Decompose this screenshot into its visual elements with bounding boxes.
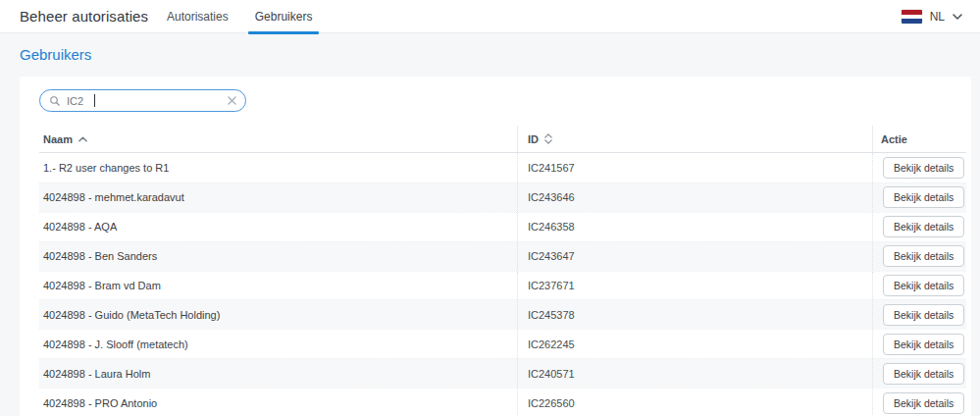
language-selector[interactable]: NL [902, 0, 962, 33]
clear-search-button[interactable] [228, 96, 236, 105]
users-table: Naam ID Actie 1.- R2 user changes to R1 … [39, 126, 966, 416]
cell-naam: 4024898 - Ben Sanders [39, 250, 517, 262]
table-row: 4024898 - mehmet.karadavut IC243646 Beki… [39, 182, 966, 212]
language-code: NL [930, 10, 945, 24]
top-bar: Beheer autorisaties Autorisaties Gebruik… [0, 0, 980, 33]
table-row: 4024898 - Ben Sanders IC243647 Bekijk de… [39, 241, 966, 271]
cell-naam: 4024898 - Laura Holm [39, 368, 517, 380]
table-row: 4024898 - AQA IC246358 Bekijk details [39, 212, 966, 241]
column-header-actie: Actie [872, 126, 966, 152]
view-details-button[interactable]: Bekijk details [883, 216, 964, 237]
column-header-id[interactable]: ID [517, 126, 872, 152]
cell-id: IC226560 [517, 389, 872, 416]
table-row: 1.- R2 user changes to R1 IC241567 Bekij… [39, 153, 966, 182]
table-row: 4024898 - Laura Holm IC240571 Bekijk det… [39, 358, 966, 388]
cell-naam: 4024898 - mehmet.karadavut [39, 191, 517, 203]
cell-id: IC241567 [517, 153, 872, 182]
tab-label: Autorisaties [167, 10, 229, 24]
tab-bar: Autorisaties Gebruikers [167, 0, 312, 33]
chevron-down-icon [953, 14, 962, 20]
tab-gebruikers[interactable]: Gebruikers [255, 0, 313, 33]
sort-both-icon [544, 133, 552, 144]
cell-id: IC243646 [517, 183, 872, 212]
table-row: 4024898 - Bram vd Dam IC237671 Bekijk de… [39, 271, 966, 300]
table-row: 4024898 - Guido (MetaTech Holding) IC245… [39, 299, 966, 329]
cell-id: IC240571 [517, 359, 872, 388]
cell-naam: 4024898 - AQA [39, 221, 517, 233]
cell-naam: 4024898 - PRO Antonio [39, 397, 517, 409]
view-details-button[interactable]: Bekijk details [883, 363, 964, 385]
tab-autorisaties[interactable]: Autorisaties [167, 0, 229, 33]
cell-naam: 4024898 - Bram vd Dam [39, 280, 517, 291]
cell-id: IC243647 [517, 242, 872, 271]
view-details-button[interactable]: Bekijk details [883, 245, 964, 267]
view-details-button[interactable]: Bekijk details [883, 186, 964, 208]
sort-ascending-icon [78, 136, 87, 142]
cell-id: IC246358 [517, 213, 872, 241]
table-row: 4024898 - PRO Antonio IC226560 Bekijk de… [39, 388, 966, 416]
view-details-button[interactable]: Bekijk details [883, 157, 964, 179]
cell-id: IC262245 [517, 330, 872, 358]
page-title: Gebruikers [20, 46, 91, 63]
cell-id: IC245378 [517, 300, 872, 329]
app-title: Beheer autorisaties [20, 8, 148, 25]
table-row: 4024898 - J. Slooff (metatech) IC262245 … [39, 329, 966, 358]
table-body: 1.- R2 user changes to R1 IC241567 Bekij… [39, 153, 966, 416]
content-card: Naam ID Actie 1.- R2 user changes to R1 … [20, 77, 971, 416]
view-details-button[interactable]: Bekijk details [883, 392, 964, 414]
view-details-button[interactable]: Bekijk details [883, 275, 964, 296]
cell-naam: 1.- R2 user changes to R1 [39, 162, 517, 174]
cell-naam: 4024898 - J. Slooff (metatech) [39, 338, 517, 350]
netherlands-flag-icon [902, 10, 922, 24]
view-details-button[interactable]: Bekijk details [883, 304, 964, 326]
cell-id: IC237671 [517, 272, 872, 300]
text-caret [94, 94, 95, 107]
cell-naam: 4024898 - Guido (MetaTech Holding) [39, 309, 517, 321]
table-header: Naam ID Actie [39, 126, 966, 153]
search-box[interactable] [39, 89, 246, 112]
search-icon [49, 95, 61, 107]
column-header-naam[interactable]: Naam [39, 126, 517, 152]
search-input[interactable] [67, 95, 88, 107]
view-details-button[interactable]: Bekijk details [883, 334, 964, 355]
tab-label: Gebruikers [255, 10, 313, 24]
